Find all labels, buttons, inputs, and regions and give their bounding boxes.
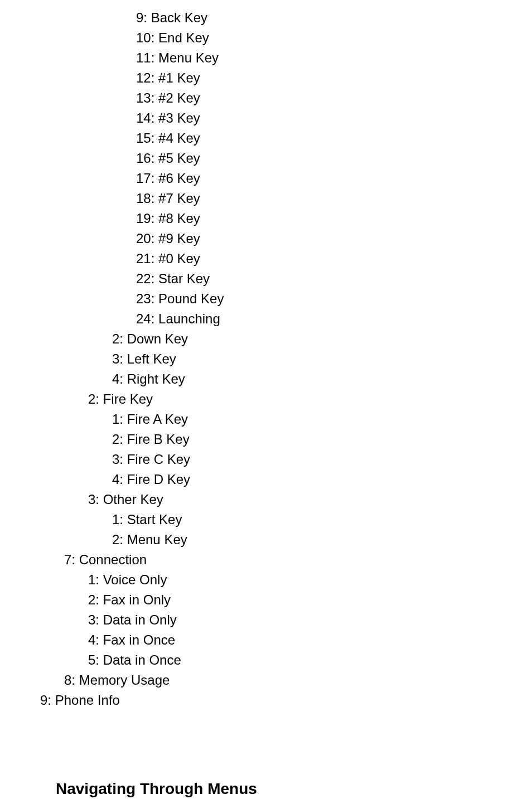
section-heading: Navigating Through Menus — [0, 777, 532, 799]
outline-item: 4: Fax in Once — [0, 630, 532, 650]
outline-item: 23: Pound Key — [0, 289, 532, 309]
outline-item: 3: Fire C Key — [0, 449, 532, 469]
outline-item: 2: Fire B Key — [0, 429, 532, 449]
outline-item: 17: #6 Key — [0, 168, 532, 188]
outline-item: 24: Launching — [0, 309, 532, 329]
outline-item: 21: #0 Key — [0, 249, 532, 269]
outline-item: 13: #2 Key — [0, 88, 532, 108]
outline-item: 2: Fax in Only — [0, 590, 532, 610]
outline-item: 19: #8 Key — [0, 209, 532, 229]
outline-item: 1: Fire A Key — [0, 409, 532, 429]
menu-outline-list: 9: Back Key10: End Key11: Menu Key12: #1… — [0, 8, 532, 710]
outline-item: 5: Data in Once — [0, 650, 532, 670]
outline-item: 3: Data in Only — [0, 610, 532, 630]
outline-item: 2: Menu Key — [0, 530, 532, 550]
outline-item: 20: #9 Key — [0, 229, 532, 249]
outline-item: 12: #1 Key — [0, 68, 532, 88]
outline-item: 22: Star Key — [0, 269, 532, 289]
outline-item: 8: Memory Usage — [0, 670, 532, 690]
outline-item: 16: #5 Key — [0, 148, 532, 168]
outline-item: 2: Down Key — [0, 329, 532, 349]
outline-item: 4: Right Key — [0, 369, 532, 389]
outline-item: 14: #3 Key — [0, 108, 532, 128]
outline-item: 2: Fire Key — [0, 389, 532, 409]
outline-item: 1: Start Key — [0, 510, 532, 530]
outline-item: 15: #4 Key — [0, 128, 532, 148]
outline-item: 11: Menu Key — [0, 48, 532, 68]
outline-item: 1: Voice Only — [0, 570, 532, 590]
outline-item: 7: Connection — [0, 550, 532, 570]
outline-item: 9: Back Key — [0, 8, 532, 28]
outline-item: 3: Left Key — [0, 349, 532, 369]
outline-item: 10: End Key — [0, 28, 532, 48]
outline-item: 9: Phone Info — [0, 690, 532, 710]
outline-item: 3: Other Key — [0, 490, 532, 510]
outline-item: 18: #7 Key — [0, 188, 532, 209]
outline-item: 4: Fire D Key — [0, 469, 532, 490]
